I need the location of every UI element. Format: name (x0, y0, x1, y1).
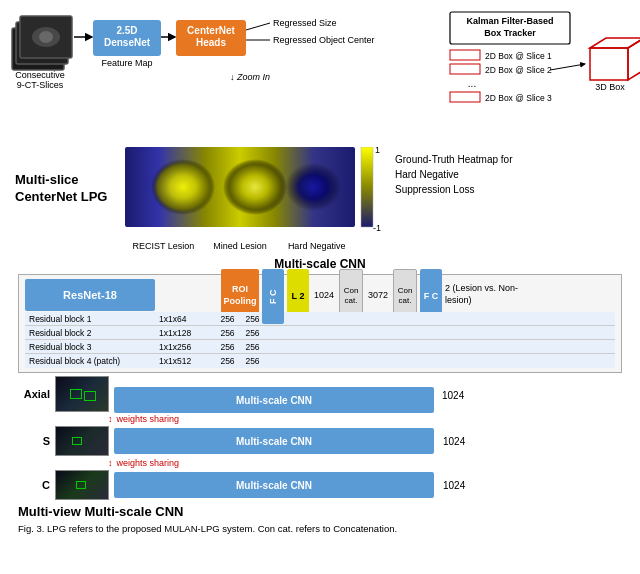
axial-row: Axial Multi-scale CNN 1024 (18, 376, 622, 412)
num256a-4: 256 (215, 356, 240, 366)
svg-marker-33 (628, 38, 640, 80)
svg-text:1: 1 (375, 147, 380, 155)
svg-text:Box Tracker: Box Tracker (484, 28, 536, 38)
lpg-title: Multi-slice CenterNet LPG (15, 172, 120, 206)
svg-text:↓ Zoom In: ↓ Zoom In (230, 72, 270, 82)
svg-text:Kalman Filter-Based: Kalman Filter-Based (466, 16, 553, 26)
n2-label: 2 (Lesion vs. Non-lesion) (445, 283, 525, 306)
svg-text:Feature Map: Feature Map (101, 58, 152, 68)
cnn-section: Multi-scale CNN ResNet-18 ROI Pooling F … (10, 257, 630, 535)
svg-rect-31 (590, 48, 628, 80)
main-container: Consecutive 9-CT-Slices 2.5D DenseNet Fe… (0, 0, 640, 574)
heatmap-section: Multi-slice CenterNet LPG (15, 142, 630, 251)
n1024-label: 1024 (314, 290, 334, 300)
svg-text:CenterNet: CenterNet (187, 25, 235, 36)
num256a-2: 256 (215, 328, 240, 338)
mined-label: Mined Lesion (205, 241, 275, 251)
svg-text:...: ... (468, 78, 476, 89)
svg-text:Regressed Object Center: Regressed Object Center (273, 35, 375, 45)
svg-text:Regressed Size: Regressed Size (273, 18, 337, 28)
svg-point-39 (285, 163, 341, 211)
size4-label: 1x1x512 (155, 356, 215, 366)
axial-view-label: Axial (18, 388, 50, 400)
svg-point-4 (39, 31, 53, 43)
svg-text:2D Box @ Slice 1: 2D Box @ Slice 1 (485, 51, 552, 61)
svg-text:2D Box @ Slice 2: 2D Box @ Slice 2 (485, 65, 552, 75)
num256b-2: 256 (240, 328, 265, 338)
s-img (55, 426, 109, 456)
cnn-header-row: ResNet-18 ROI Pooling F C L 2 1024 Con c… (25, 279, 615, 311)
c-img (55, 470, 109, 500)
svg-text:2.5D: 2.5D (116, 25, 137, 36)
axial-1024: 1024 (442, 390, 622, 401)
fc-header: F C (262, 269, 284, 324)
c-1024: 1024 (443, 480, 465, 491)
hard-negative-label: Hard Negative (282, 241, 352, 251)
cnn-title: Multi-scale CNN (10, 257, 630, 271)
block-rows: Residual block 1 1x1x64 256 256 Residual… (25, 312, 615, 368)
svg-text:Consecutive: Consecutive (15, 70, 65, 80)
block3-label: Residual block 3 (25, 342, 155, 352)
n3072-label: 3072 (368, 290, 388, 300)
multiview-section: Axial Multi-scale CNN 1024 ↕ weights sha… (18, 376, 622, 519)
s-label: S (18, 435, 50, 447)
weights-sharing-1: ↕ weights sharing (108, 414, 622, 424)
svg-rect-29 (450, 92, 480, 102)
svg-text:3D Box: 3D Box (595, 82, 625, 92)
block-row-4: Residual block 4 (patch) 1x1x512 256 256 (25, 354, 615, 368)
num256b-4: 256 (240, 356, 265, 366)
recist-label: RECIST Lesion (128, 241, 198, 251)
top-diagram: Consecutive 9-CT-Slices 2.5D DenseNet Fe… (10, 8, 640, 138)
num256b-3: 256 (240, 342, 265, 352)
size2-label: 1x1x128 (155, 328, 215, 338)
block-row-1: Residual block 1 1x1x64 256 256 (25, 312, 615, 326)
s-row: S Multi-scale CNN 1024 (18, 426, 622, 456)
weights-sharing-2: ↕ weights sharing (108, 458, 622, 468)
axial-cnn-bar: Multi-scale CNN (114, 387, 434, 413)
heatmap-svg: 1 -1 (125, 147, 385, 237)
svg-text:Heads: Heads (196, 37, 226, 48)
num256a-3: 256 (215, 342, 240, 352)
c-label: C (18, 479, 50, 491)
svg-line-34 (550, 64, 585, 70)
heatmap-visual-container: 1 -1 RECIST Lesion Mined Lesion Hard Neg… (125, 147, 385, 251)
svg-point-37 (151, 159, 215, 215)
figure-caption: Fig. 3. LPG refers to the proposed MULAN… (18, 522, 630, 535)
axial-img (55, 376, 109, 412)
s-cnn-bar: Multi-scale CNN (114, 428, 434, 454)
svg-text:DenseNet: DenseNet (104, 37, 151, 48)
resnet-header: ResNet-18 (25, 279, 155, 311)
svg-line-16 (246, 23, 270, 30)
block-row-2: Residual block 2 1x1x128 256 256 (25, 326, 615, 340)
block4-label: Residual block 4 (patch) (25, 356, 155, 366)
size3-label: 1x1x256 (155, 342, 215, 352)
c-row: C Multi-scale CNN 1024 (18, 470, 622, 500)
num256a-1: 256 (215, 314, 240, 324)
block-row-3: Residual block 3 1x1x256 256 256 (25, 340, 615, 354)
cnn-table: ResNet-18 ROI Pooling F C L 2 1024 Con c… (18, 274, 622, 373)
size1-label: 1x1x64 (155, 314, 215, 324)
s-1024: 1024 (443, 436, 465, 447)
svg-point-38 (223, 159, 287, 215)
groundtruth-label: Ground-Truth Heatmap for Hard Negative S… (395, 152, 515, 197)
svg-rect-26 (450, 64, 480, 74)
heatmap-labels: RECIST Lesion Mined Lesion Hard Negative (125, 241, 355, 251)
block1-label: Residual block 1 (25, 314, 155, 324)
svg-rect-40 (361, 147, 373, 227)
multiview-section-title: Multi-view Multi-scale CNN (18, 504, 622, 519)
c-cnn-bar: Multi-scale CNN (114, 472, 434, 498)
svg-rect-24 (450, 50, 480, 60)
block2-label: Residual block 2 (25, 328, 155, 338)
svg-marker-32 (590, 38, 640, 48)
svg-text:2D Box @ Slice 3: 2D Box @ Slice 3 (485, 93, 552, 103)
svg-text:-1: -1 (373, 223, 381, 233)
svg-text:9-CT-Slices: 9-CT-Slices (17, 80, 64, 90)
